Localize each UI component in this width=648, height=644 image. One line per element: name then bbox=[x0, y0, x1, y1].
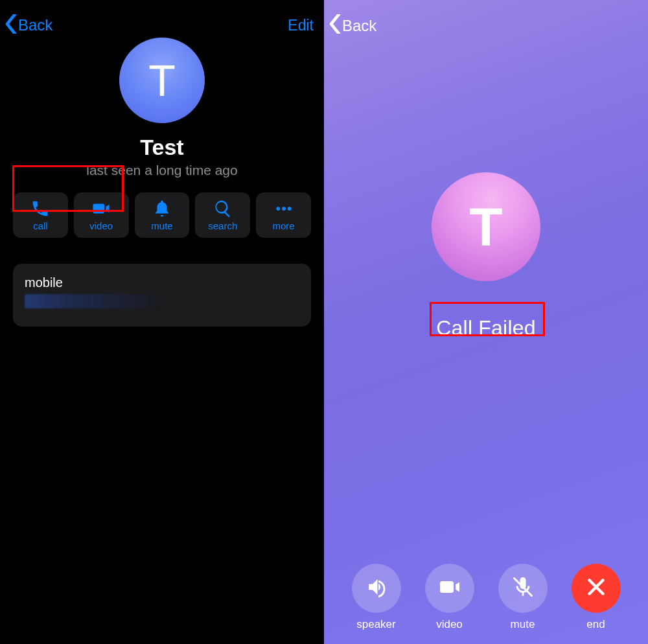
phone-type-label: mobile bbox=[25, 275, 299, 290]
mute-call-button[interactable]: mute bbox=[498, 564, 548, 631]
search-button[interactable]: search bbox=[195, 192, 250, 238]
svg-point-0 bbox=[276, 207, 280, 211]
video-call-label: video bbox=[436, 618, 463, 631]
call-back-button[interactable]: Back bbox=[329, 14, 376, 38]
phone-number-masked bbox=[25, 294, 299, 308]
call-avatar: T bbox=[432, 172, 540, 281]
call-status: Call Failed bbox=[436, 316, 535, 340]
video-call-button[interactable]: video bbox=[425, 564, 474, 631]
more-icon bbox=[274, 199, 294, 218]
avatar-letter: T bbox=[148, 55, 176, 106]
svg-point-2 bbox=[287, 207, 291, 211]
call-back-label: Back bbox=[342, 17, 376, 35]
video-button[interactable]: video bbox=[74, 192, 129, 238]
video-icon bbox=[438, 575, 461, 601]
topbar: Back Edit bbox=[0, 0, 324, 36]
edit-button[interactable]: Edit bbox=[288, 17, 314, 34]
chevron-left-icon bbox=[5, 14, 18, 36]
back-label: Back bbox=[18, 17, 52, 33]
call-button[interactable]: call bbox=[13, 192, 68, 238]
contact-profile-screen: Back Edit T Test last seen a long time a… bbox=[0, 0, 324, 644]
profile-header: T Test last seen a long time ago bbox=[0, 38, 324, 178]
contact-name: Test bbox=[140, 135, 183, 160]
action-row: call video mute search bbox=[0, 192, 324, 238]
more-button[interactable]: more bbox=[256, 192, 311, 238]
mic-off-icon bbox=[511, 575, 535, 601]
svg-point-1 bbox=[282, 207, 286, 211]
blur-strip bbox=[25, 294, 161, 308]
end-call-label: end bbox=[586, 618, 605, 631]
speaker-button[interactable]: speaker bbox=[352, 564, 401, 631]
chevron-left-icon bbox=[329, 14, 342, 38]
phone-icon bbox=[30, 199, 50, 218]
more-label: more bbox=[272, 220, 294, 231]
speaker-label: speaker bbox=[356, 618, 395, 631]
search-label: search bbox=[208, 220, 237, 231]
mute-call-label: mute bbox=[511, 618, 535, 631]
call-controls: speaker video mute bbox=[324, 564, 648, 631]
video-label: video bbox=[89, 220, 113, 231]
back-button[interactable]: Back bbox=[5, 14, 52, 36]
call-topbar: Back bbox=[324, 0, 648, 38]
avatar[interactable]: T bbox=[119, 38, 205, 123]
mute-button[interactable]: mute bbox=[135, 192, 190, 238]
close-icon bbox=[584, 575, 608, 601]
call-center: T Call Failed bbox=[324, 172, 648, 340]
video-icon bbox=[91, 199, 111, 218]
call-screen: Back T Call Failed speaker bbox=[324, 0, 648, 644]
contact-status: last seen a long time ago bbox=[86, 163, 237, 178]
call-avatar-letter: T bbox=[469, 196, 502, 259]
bell-icon bbox=[152, 199, 172, 218]
phone-card[interactable]: mobile bbox=[13, 264, 311, 327]
mute-label: mute bbox=[151, 220, 172, 231]
call-label: call bbox=[33, 220, 48, 231]
search-icon bbox=[213, 199, 233, 218]
end-call-button[interactable]: end bbox=[572, 564, 621, 631]
speaker-icon bbox=[365, 575, 388, 601]
